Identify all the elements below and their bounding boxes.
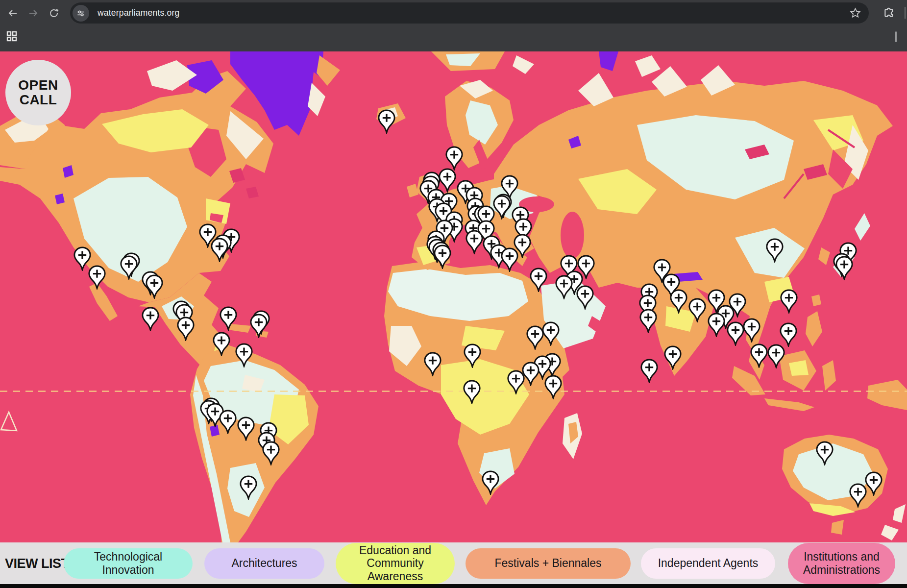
filter-pill-technological-innovation[interactable]: Technological Innovation — [64, 548, 193, 579]
map-pin[interactable] — [500, 247, 519, 272]
map-pin[interactable] — [219, 410, 237, 434]
map-pin[interactable] — [640, 359, 659, 383]
window-edge-divider — [905, 7, 906, 19]
map-pin[interactable] — [750, 343, 768, 368]
map-pin[interactable] — [663, 345, 682, 370]
back-arrow-icon — [7, 7, 19, 19]
forward-arrow-icon — [27, 7, 39, 19]
map-pin[interactable] — [765, 238, 784, 263]
map-pin[interactable] — [262, 441, 280, 466]
browser-chrome: waterparliaments.org — [0, 0, 907, 51]
map-pin[interactable] — [526, 325, 544, 350]
pins-layer — [0, 51, 907, 542]
open-call-line1: OPEN — [18, 78, 58, 93]
open-call-badge[interactable]: OPEN CALL — [5, 60, 71, 125]
filter-bar: VIEW LIST Technological Innovation Archi… — [0, 542, 907, 584]
map-pin[interactable] — [726, 321, 745, 346]
filter-pill-festivals-biennales[interactable]: Festivals + Biennales — [466, 548, 631, 579]
url-text: waterparliaments.org — [98, 8, 179, 18]
map-pin[interactable] — [688, 298, 707, 322]
filter-pill-architectures[interactable]: Architectures — [204, 548, 324, 579]
filter-pill-education-community-awareness[interactable]: Education and Community Awareness — [336, 543, 455, 584]
site-settings-button[interactable] — [73, 5, 89, 22]
map-pin[interactable] — [780, 289, 798, 314]
map-pin[interactable] — [815, 441, 834, 466]
map-pin[interactable] — [212, 332, 231, 356]
extensions-button[interactable] — [883, 6, 896, 21]
map-pin[interactable] — [433, 245, 452, 269]
tune-icon — [76, 8, 86, 18]
map-pin[interactable] — [239, 475, 258, 500]
star-icon — [850, 7, 861, 19]
map-pin[interactable] — [463, 343, 482, 368]
map-pin[interactable] — [835, 256, 854, 280]
map-pin[interactable] — [141, 307, 160, 331]
window-bottom-strip — [0, 584, 907, 588]
map-pin[interactable] — [544, 375, 563, 399]
map-pin[interactable] — [555, 275, 573, 299]
back-button[interactable] — [6, 6, 20, 20]
map-pin[interactable] — [377, 109, 396, 134]
map-pin[interactable] — [219, 306, 238, 331]
url-bar[interactable]: waterparliaments.org — [70, 2, 869, 24]
map-pin[interactable] — [481, 470, 500, 495]
map-pin[interactable] — [176, 317, 195, 341]
map-pin[interactable] — [849, 483, 867, 508]
map-pin[interactable] — [707, 313, 726, 337]
page-scrollbar-thumb[interactable] — [895, 31, 897, 42]
map-pin[interactable] — [423, 352, 442, 376]
view-list-button[interactable]: VIEW LIST — [5, 556, 69, 571]
filter-pill-institutions-administrations[interactable]: Institutions and Administrations — [788, 543, 895, 584]
map-pin[interactable] — [779, 322, 798, 347]
puzzle-piece-icon — [883, 6, 896, 19]
reload-button[interactable] — [47, 6, 61, 20]
map-pin[interactable] — [120, 255, 138, 280]
map-pin[interactable] — [639, 309, 658, 333]
open-call-line2: CALL — [20, 93, 57, 107]
map-pin[interactable] — [529, 268, 548, 292]
bookmark-button[interactable] — [850, 7, 861, 21]
map-pin[interactable] — [465, 230, 484, 254]
map-pin[interactable] — [463, 380, 481, 404]
map-canvas[interactable]: OPEN CALL — [0, 51, 907, 542]
map-pin[interactable] — [742, 318, 761, 343]
map-pin[interactable] — [88, 265, 106, 290]
reload-icon — [48, 7, 60, 19]
map-pin[interactable] — [237, 416, 255, 441]
map-pin[interactable] — [235, 343, 253, 368]
map-pin[interactable] — [210, 238, 229, 262]
map-pin[interactable] — [145, 274, 164, 299]
map-pin[interactable] — [669, 289, 688, 314]
map-pin[interactable] — [445, 146, 464, 171]
browser-window: waterparliaments.org — [0, 0, 907, 588]
forward-button[interactable] — [26, 6, 40, 20]
filter-pill-independent-agents[interactable]: Independent Agents — [641, 548, 775, 579]
map-pin[interactable] — [767, 344, 785, 368]
map-pin[interactable] — [576, 285, 594, 310]
map-pin[interactable] — [507, 370, 525, 394]
map-pin[interactable] — [249, 314, 268, 338]
grid-icon — [6, 31, 17, 42]
grid-menu-button[interactable] — [6, 31, 17, 42]
